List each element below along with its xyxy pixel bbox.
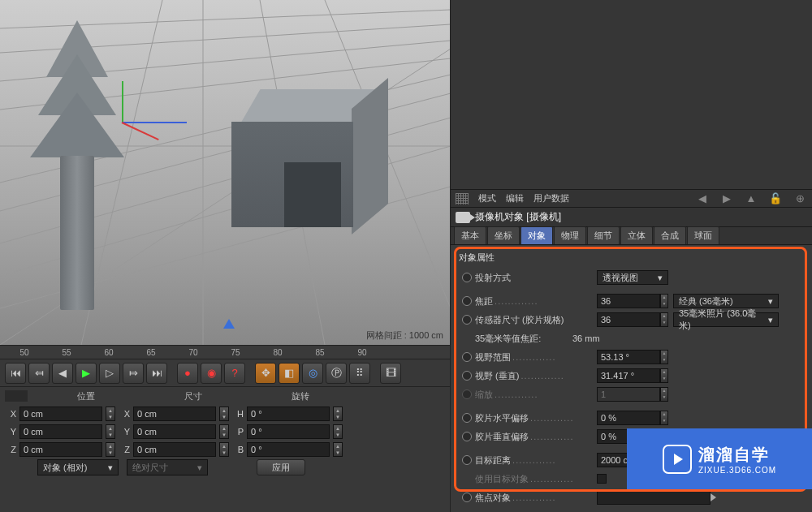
use-target-checkbox[interactable] xyxy=(597,474,607,484)
timeline-ruler[interactable]: 50 55 60 65 70 75 80 85 90 xyxy=(0,345,450,359)
render-button[interactable]: 🎞 xyxy=(380,363,401,384)
rot-b-input[interactable] xyxy=(247,442,330,457)
spinner[interactable]: ▲▼ xyxy=(219,407,229,421)
tab-details[interactable]: 细节 xyxy=(587,226,620,244)
zoom-input xyxy=(597,387,660,402)
pointlevel-button[interactable]: ⠿ xyxy=(349,363,370,384)
sensor-size-input[interactable] xyxy=(597,312,660,327)
grid-spacing-label: 网格间距 : 1000 cm xyxy=(366,329,443,342)
spinner[interactable]: ▲▼ xyxy=(219,442,229,457)
attribute-tabs: 基本 坐标 对象 物理 细节 立体 合成 球面 xyxy=(451,227,812,245)
anim-dot[interactable] xyxy=(462,493,472,502)
play-button[interactable]: ▶ xyxy=(76,363,97,384)
equiv-focal-value: 36 mm xyxy=(571,333,600,343)
tree-object[interactable] xyxy=(28,20,126,329)
next-key-button[interactable]: ⤇ xyxy=(123,363,144,384)
rotate-tool-button[interactable]: ◎ xyxy=(302,363,323,384)
menu-mode[interactable]: 模式 xyxy=(478,192,496,204)
size-x-input[interactable] xyxy=(133,407,216,421)
size-mode-dropdown[interactable]: 绝对尺寸▾ xyxy=(127,459,208,475)
focal-preset-dropdown[interactable]: 经典 (36毫米)▾ xyxy=(673,294,779,308)
tab-stereo[interactable]: 立体 xyxy=(620,226,653,244)
tab-physical[interactable]: 物理 xyxy=(554,226,586,244)
size-y-input[interactable] xyxy=(133,424,216,439)
projection-dropdown[interactable]: 透视视图▾ xyxy=(597,270,668,285)
param-button[interactable]: Ⓟ xyxy=(326,363,347,384)
autokey-button[interactable]: ◉ xyxy=(201,363,222,384)
fov-v-input[interactable] xyxy=(597,368,660,383)
grid-icon xyxy=(456,193,469,204)
object-manager-panel[interactable] xyxy=(451,0,812,190)
object-title-row: 摄像机对象 [摄像机] xyxy=(451,208,812,227)
tab-basic[interactable]: 基本 xyxy=(454,226,486,244)
spinner: ▲▼ xyxy=(660,387,668,402)
spinner[interactable]: ▲▼ xyxy=(660,350,668,364)
anim-dot[interactable] xyxy=(462,315,472,325)
header-position: 位置 xyxy=(32,390,140,402)
spinner[interactable]: ▲▼ xyxy=(660,411,668,425)
nav-back-icon[interactable]: ◀ xyxy=(695,192,710,205)
apply-button[interactable]: 应用 xyxy=(257,459,305,475)
panel-icon xyxy=(5,390,28,402)
rot-h-input[interactable] xyxy=(247,407,330,421)
focus-object-input[interactable] xyxy=(597,490,710,505)
spinner[interactable]: ▲▼ xyxy=(660,294,668,308)
anim-dot[interactable] xyxy=(462,296,472,306)
rot-p-input[interactable] xyxy=(247,424,330,439)
sensor-preset-dropdown[interactable]: 35毫米照片 (36.0毫米)▾ xyxy=(673,312,779,327)
menu-edit[interactable]: 编辑 xyxy=(506,192,524,204)
watermark-logo-icon xyxy=(663,445,692,474)
keyframe-options-button[interactable]: ? xyxy=(224,363,245,384)
cube-object[interactable] xyxy=(231,89,365,243)
nav-up-icon[interactable]: ▲ xyxy=(744,192,758,205)
object-title: 摄像机对象 [摄像机] xyxy=(475,210,561,224)
lock-icon[interactable]: 🔓 xyxy=(768,192,783,205)
playback-bar: ⏮ ⤆ ◀ ▶ ▷ ⤇ ⏭ ● ◉ ? ✥ ◧ ◎ Ⓟ ⠿ 🎞 xyxy=(0,359,450,387)
tab-object[interactable]: 对象 xyxy=(520,226,553,244)
viewport-cursor-icon xyxy=(223,319,235,329)
prev-frame-button[interactable]: ◀ xyxy=(52,363,73,384)
pos-x-input[interactable] xyxy=(19,407,102,421)
prev-key-button[interactable]: ⤆ xyxy=(28,363,50,384)
record-button[interactable]: ● xyxy=(177,363,198,384)
fov-h-input[interactable] xyxy=(597,350,660,364)
anim-dot xyxy=(462,389,472,399)
size-z-input[interactable] xyxy=(133,442,216,457)
spinner[interactable]: ▲▼ xyxy=(106,424,115,439)
attribute-header: 模式 编辑 用户数据 ◀ ▶ ▲ 🔓 ⊕ xyxy=(451,190,812,208)
scale-tool-button[interactable]: ◧ xyxy=(279,363,300,384)
spinner[interactable]: ▲▼ xyxy=(106,442,115,457)
spinner[interactable]: ▲▼ xyxy=(333,442,343,457)
spinner[interactable]: ▲▼ xyxy=(660,312,668,327)
spinner[interactable]: ▲▼ xyxy=(333,407,343,421)
coordinates-panel: 位置 尺寸 旋转 X ▲▼ X ▲▼ H ▲▼ Y ▲▼ Y xyxy=(0,387,450,512)
film-offset-h-input[interactable] xyxy=(597,411,660,425)
next-frame-button[interactable]: ▷ xyxy=(99,363,120,384)
tab-coord[interactable]: 坐标 xyxy=(487,226,520,244)
goto-first-button[interactable]: ⏮ xyxy=(5,363,26,384)
link-picker-icon[interactable] xyxy=(710,493,716,501)
spinner[interactable]: ▲▼ xyxy=(660,368,668,383)
focal-length-input[interactable] xyxy=(597,294,660,308)
tab-composite[interactable]: 合成 xyxy=(654,226,686,244)
goto-last-button[interactable]: ⏭ xyxy=(146,363,167,384)
move-tool-button[interactable]: ✥ xyxy=(255,363,276,384)
anim-dot[interactable] xyxy=(462,371,472,381)
spinner[interactable]: ▲▼ xyxy=(219,424,229,439)
anim-dot[interactable] xyxy=(462,352,472,362)
3d-viewport[interactable]: 网格间距 : 1000 cm xyxy=(0,0,450,345)
pos-y-input[interactable] xyxy=(19,424,102,439)
anim-dot[interactable] xyxy=(462,413,472,423)
anim-dot[interactable] xyxy=(462,455,472,465)
anim-dot[interactable] xyxy=(462,432,472,441)
menu-icon[interactable]: ⊕ xyxy=(793,192,807,205)
anim-dot[interactable] xyxy=(462,273,472,282)
spinner[interactable]: ▲▼ xyxy=(106,407,115,421)
nav-fwd-icon[interactable]: ▶ xyxy=(719,192,734,205)
menu-userdata[interactable]: 用户数据 xyxy=(533,192,569,204)
section-title: 对象属性 xyxy=(459,252,807,264)
pos-z-input[interactable] xyxy=(19,442,102,457)
spinner[interactable]: ▲▼ xyxy=(333,424,343,439)
position-mode-dropdown[interactable]: 对象 (相对)▾ xyxy=(37,459,119,475)
tab-spherical[interactable]: 球面 xyxy=(687,226,719,244)
